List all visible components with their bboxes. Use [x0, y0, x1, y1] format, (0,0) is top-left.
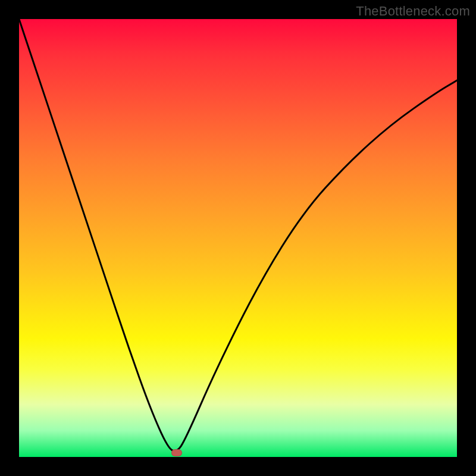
bottleneck-curve [19, 19, 457, 457]
chart-frame: TheBottleneck.com [0, 0, 476, 476]
optimum-marker [171, 449, 182, 456]
attribution-text: TheBottleneck.com [356, 4, 470, 19]
